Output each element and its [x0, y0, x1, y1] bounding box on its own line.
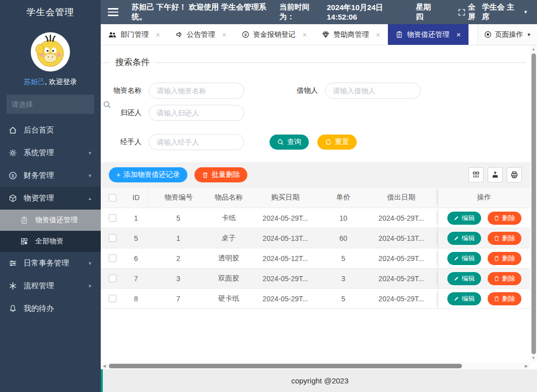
- pencil-icon: [453, 296, 459, 302]
- sidebar-search-input[interactable]: [12, 100, 103, 108]
- handler-input[interactable]: [149, 134, 244, 150]
- divider: [101, 62, 526, 63]
- close-icon[interactable]: ×: [156, 30, 160, 39]
- add-record-button[interactable]: + 添加物资借还记录: [109, 167, 187, 182]
- fullscreen-button[interactable]: 全屏: [458, 3, 482, 22]
- sidebar-item-label: 物资管理: [24, 193, 54, 203]
- returner-input[interactable]: [149, 105, 244, 121]
- row-checkbox[interactable]: [109, 275, 116, 282]
- tab-reimbursement[interactable]: ¥ 资金报销登记 ×: [234, 24, 315, 45]
- delete-button[interactable]: 删除: [488, 292, 521, 305]
- sidebar-item-daily-affairs[interactable]: 日常事务管理 ▼: [0, 252, 101, 275]
- close-icon[interactable]: ×: [222, 30, 227, 39]
- asterisk-icon: [9, 282, 18, 290]
- delete-button[interactable]: 删除: [488, 272, 521, 285]
- scroll-down-arrow[interactable]: ▼: [531, 356, 535, 361]
- edit-button[interactable]: 编辑: [447, 252, 481, 265]
- row-checkbox[interactable]: [109, 234, 116, 242]
- menu-toggle-icon[interactable]: [108, 6, 118, 18]
- cell-asset-no: 2: [148, 248, 209, 268]
- field-label: 归还人: [101, 108, 149, 117]
- close-icon[interactable]: ×: [456, 30, 461, 39]
- sidebar-item-system[interactable]: 系统管理 ▼: [0, 142, 101, 164]
- row-checkbox[interactable]: [109, 214, 116, 222]
- tab-announcement[interactable]: 公告管理 ×: [168, 24, 234, 45]
- close-icon[interactable]: ×: [376, 30, 380, 39]
- tab-label: 赞助商管理: [333, 30, 369, 39]
- delete-button[interactable]: 删除: [488, 232, 521, 245]
- batch-delete-button[interactable]: 批量删除: [194, 167, 247, 182]
- table-body: 1 5 卡纸 2024-05-29T... 10 2024-05-29T... …: [101, 208, 530, 309]
- sidebar-menu: 后台首页 系统管理 ▼ $ 财务管理 ▼ 物资管理 ▲ 物资借还管理 全部物资: [0, 119, 101, 320]
- sidebar-item-materials[interactable]: 物资管理 ▲: [0, 187, 101, 210]
- delete-button[interactable]: 删除: [488, 212, 521, 225]
- select-all-checkbox[interactable]: [109, 194, 116, 202]
- tab-label: 资金报销登记: [253, 30, 296, 39]
- cell-asset-no: 3: [148, 269, 209, 288]
- tab-sponsor[interactable]: 赞助商管理 ×: [314, 24, 388, 45]
- sidebar-item-home[interactable]: 后台首页: [0, 119, 101, 142]
- sidebar-item-all-materials[interactable]: 全部物资: [0, 231, 101, 252]
- trash-icon: [202, 172, 209, 178]
- borrower-input[interactable]: [325, 83, 421, 99]
- field-label: 借物人: [264, 86, 325, 95]
- header-time-label: 当前时间为：: [279, 3, 322, 22]
- delete-button[interactable]: 删除: [488, 252, 521, 265]
- clipboard-icon: [20, 216, 30, 224]
- reset-button-label: 重置: [335, 138, 349, 147]
- edit-button-label: 编辑: [462, 214, 475, 223]
- close-icon[interactable]: ×: [303, 30, 307, 39]
- sidebar-item-material-borrow[interactable]: 物资借还管理: [0, 210, 101, 231]
- cell-lend-date: 2024-05-29T...: [365, 289, 438, 308]
- cell-id: 8: [124, 289, 148, 308]
- cell-name: 硬卡纸: [209, 289, 249, 308]
- reset-button[interactable]: 重置: [317, 135, 357, 150]
- edit-button-label: 编辑: [462, 294, 475, 303]
- sidebar-item-todo[interactable]: 我的待办: [0, 297, 101, 320]
- edit-button[interactable]: 编辑: [447, 232, 481, 245]
- sidebar-search[interactable]: [7, 95, 94, 114]
- table-row: 8 7 硬卡纸 2024-05-29T... 5 2024-05-29T... …: [101, 289, 530, 309]
- page-operations-menu[interactable]: 页面操作 ▼: [478, 24, 537, 45]
- avatar: [31, 32, 70, 72]
- user-menu[interactable]: 学生会 主席 ▼: [482, 3, 528, 22]
- copyright-text: copyright @2023: [291, 376, 349, 385]
- filter-columns-button[interactable]: [468, 167, 484, 182]
- print-button[interactable]: [507, 167, 522, 182]
- scroll-left-arrow[interactable]: ◀: [103, 364, 106, 368]
- scroll-up-arrow[interactable]: ▲: [531, 47, 535, 52]
- vertical-scrollbar-thumb[interactable]: [531, 53, 536, 354]
- sidebar-item-label: 我的待办: [24, 304, 54, 313]
- cell-name: 卡纸: [209, 208, 249, 228]
- row-checkbox[interactable]: [109, 295, 116, 302]
- scroll-right-arrow[interactable]: ▶: [525, 364, 528, 368]
- edit-button[interactable]: 编辑: [447, 212, 481, 225]
- search-panel-header: 搜索条件: [101, 56, 530, 69]
- edit-button[interactable]: 编辑: [447, 272, 481, 285]
- edit-button-label: 编辑: [462, 274, 475, 283]
- delete-button-label: 删除: [502, 214, 515, 223]
- field-label: 经手人: [101, 138, 149, 147]
- horizontal-scrollbar[interactable]: ◀ ▶: [101, 362, 530, 369]
- pencil-icon: [453, 255, 459, 262]
- yen-circle-icon: ¥: [242, 31, 249, 38]
- edit-button[interactable]: 编辑: [447, 292, 481, 305]
- sidebar-item-process[interactable]: 流程管理 ▼: [0, 275, 101, 297]
- chevron-down-icon: ▼: [523, 10, 528, 15]
- speaker-icon: [175, 31, 183, 38]
- sidebar-username: 苏妲己: [24, 78, 45, 86]
- material-name-input[interactable]: [149, 83, 244, 99]
- tab-material-borrow[interactable]: 物资借还管理 ×: [388, 24, 468, 45]
- vertical-scrollbar[interactable]: ▲ ▼: [530, 45, 537, 362]
- horizontal-scrollbar-thumb[interactable]: [109, 364, 462, 368]
- sidebar-item-finance[interactable]: $ 财务管理 ▼: [0, 164, 101, 187]
- tab-label: 部门管理: [120, 30, 149, 39]
- query-button[interactable]: 查询: [270, 135, 309, 150]
- table-row: 1 5 卡纸 2024-05-29T... 10 2024-05-29T... …: [101, 208, 530, 228]
- chevron-down-icon: ▼: [88, 151, 92, 156]
- header-welcome: 苏妲己 下午好！ 欢迎使用 学生会管理系统。 当前时间为： 2024年10月24…: [131, 3, 438, 22]
- psyduck-avatar-image: [33, 34, 68, 70]
- row-checkbox[interactable]: [109, 254, 116, 262]
- tab-department[interactable]: 部门管理 ×: [101, 24, 168, 45]
- export-button[interactable]: [488, 167, 503, 182]
